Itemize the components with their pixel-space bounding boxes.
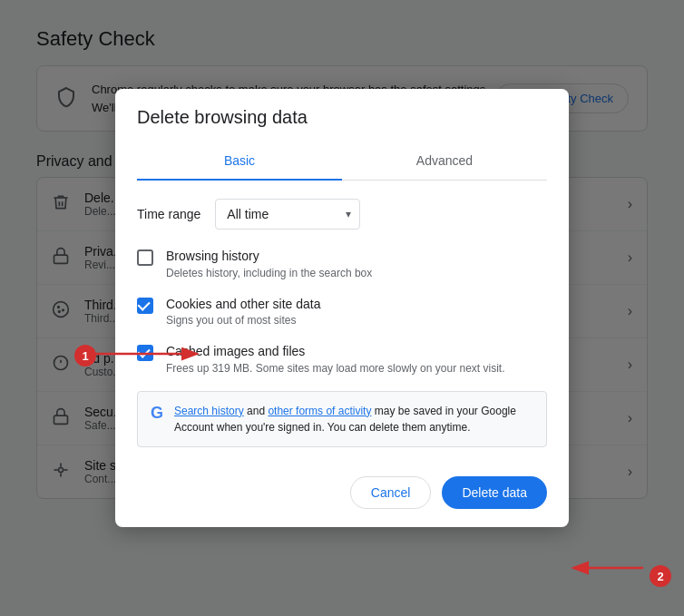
- cookies-title: Cookies and other site data: [166, 296, 320, 314]
- cancel-button[interactable]: Cancel: [350, 476, 432, 509]
- other-activity-link[interactable]: other forms of activity: [268, 405, 371, 417]
- google-info-box: G Search history and other forms of acti…: [137, 391, 547, 447]
- time-range-select[interactable]: Last hour Last 24 hours Last 7 days Last…: [215, 199, 360, 230]
- google-info-text: Search history and other forms of activi…: [174, 403, 533, 435]
- delete-data-button[interactable]: Delete data: [442, 476, 547, 509]
- cookies-subtitle: Signs you out of most sites: [166, 313, 320, 328]
- time-range-row: Time range Last hour Last 24 hours Last …: [137, 199, 547, 230]
- cached-subtitle: Frees up 319 MB. Some sites may load mor…: [166, 361, 504, 376]
- browsing-history-text: Browsing history Deletes history, includ…: [166, 248, 372, 280]
- browsing-history-title: Browsing history: [166, 248, 372, 266]
- delete-browsing-data-modal: Delete browsing data Basic Advanced Time…: [115, 89, 569, 526]
- cached-text: Cached images and files Frees up 319 MB.…: [166, 343, 504, 376]
- search-history-link[interactable]: Search history: [174, 405, 244, 417]
- tab-advanced[interactable]: Advanced: [342, 142, 547, 181]
- checkbox-browsing-history: Browsing history Deletes history, includ…: [137, 248, 547, 280]
- cached-checkbox[interactable]: [137, 345, 153, 361]
- browsing-history-checkbox[interactable]: [137, 249, 153, 266]
- cookies-checkbox[interactable]: [137, 298, 153, 314]
- modal-footer: Cancel Delete data: [115, 465, 569, 527]
- browsing-history-subtitle: Deletes history, including in the search…: [166, 266, 372, 281]
- cookies-text: Cookies and other site data Signs you ou…: [166, 296, 320, 328]
- tabs: Basic Advanced: [137, 142, 547, 181]
- modal-body: Time range Last hour Last 24 hours Last …: [115, 181, 569, 464]
- tab-basic[interactable]: Basic: [137, 142, 342, 181]
- time-range-select-wrapper: Last hour Last 24 hours Last 7 days Last…: [215, 199, 360, 230]
- modal-overlay: Delete browsing data Basic Advanced Time…: [0, 0, 684, 616]
- checkbox-cookies: Cookies and other site data Signs you ou…: [137, 296, 547, 328]
- annotation-badge-1: 1: [74, 345, 96, 367]
- checkbox-cached: Cached images and files Frees up 319 MB.…: [137, 343, 547, 376]
- annotation-badge-2: 2: [650, 565, 671, 587]
- time-range-label: Time range: [137, 207, 200, 221]
- modal-title: Delete browsing data: [137, 107, 547, 128]
- google-info-text-middle: and: [244, 405, 269, 417]
- modal-header: Delete browsing data Basic Advanced: [115, 89, 569, 181]
- cached-title: Cached images and files: [166, 343, 504, 361]
- google-logo: G: [151, 404, 163, 423]
